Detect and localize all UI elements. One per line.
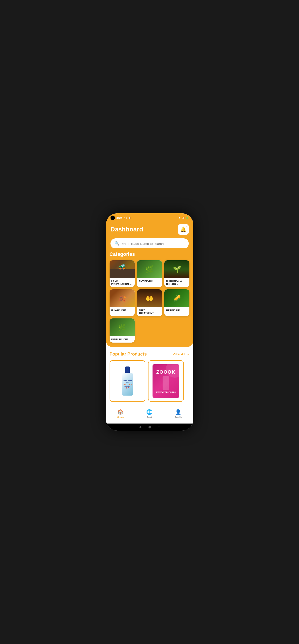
back-button[interactable]	[139, 426, 142, 428]
popular-header: Popular Products View All →	[110, 352, 190, 357]
box-label: ZOOOK	[156, 369, 176, 375]
phone-frame: 4:05 A ⊕ 📋 ▼ 📶 🔋 Dashboard 🔔	[106, 213, 193, 431]
status-time: 4:05	[116, 216, 122, 220]
category-label-antibiotic: ANTIBIOTIC	[137, 278, 162, 284]
category-card-fungicides[interactable]: FUNGICIDES	[110, 289, 135, 316]
nav-item-post[interactable]: 🌐 Post	[142, 408, 157, 420]
wifi-icon: ▼	[178, 216, 181, 219]
category-card-nutrition[interactable]: NUTRITION & BIOLOG...	[164, 260, 190, 287]
categories-title: Categories	[110, 250, 190, 257]
view-all-button[interactable]: View All →	[173, 352, 190, 356]
product-card-zoook[interactable]: ZOOOK GUJARAT PESTICIDES	[148, 360, 184, 402]
search-icon: 🔍	[114, 241, 120, 246]
category-img-fungicides	[110, 289, 135, 307]
category-card-land-preparation[interactable]: LAND PREPARATION ...	[110, 260, 135, 287]
status-left: 4:05 A ⊕ 📋	[110, 216, 131, 220]
category-img-seed	[137, 289, 162, 307]
bottle-label: BIOACLOPRID 70% SUPER-70 Insecticide सुप…	[122, 380, 133, 389]
category-img-land	[110, 260, 135, 278]
category-card-herbicide[interactable]: HERBICIDE	[164, 289, 190, 316]
profile-icon: 👤	[175, 409, 181, 415]
home-button[interactable]	[148, 426, 151, 428]
notification-dot	[185, 226, 187, 228]
bottom-navigation: 🏠 Home 🌐 Post 👤 Profile	[106, 406, 193, 424]
signal-icon: 📶	[182, 216, 185, 219]
recents-button[interactable]	[158, 426, 160, 428]
product-card-super70[interactable]: BIOACLOPRID 70% SUPER-70 Insecticide सुप…	[110, 360, 145, 402]
products-row: BIOACLOPRID 70% SUPER-70 Insecticide सुप…	[110, 360, 190, 404]
category-label-herbicide: HERBICIDE	[164, 307, 190, 314]
search-bar: 🔍	[110, 238, 189, 249]
post-icon: 🌐	[146, 409, 152, 415]
bottle-body: BIOACLOPRID 70% SUPER-70 Insecticide सुप…	[122, 373, 133, 396]
status-app-icons: A ⊕ 📋	[124, 217, 131, 219]
status-icons: ▼ 📶 🔋	[178, 216, 189, 219]
category-label-insecticides: INSECTICIDES	[110, 336, 135, 342]
box-inner	[162, 376, 169, 390]
system-bar	[106, 424, 193, 431]
camera-dot	[110, 216, 115, 220]
popular-title: Popular Products	[110, 352, 147, 357]
category-img-antibiotic	[137, 260, 162, 278]
category-card-antibiotic[interactable]: ANTIBIOTIC	[137, 260, 162, 287]
category-label-fungicides: FUNGICIDES	[110, 307, 135, 314]
main-content: Dashboard 🔔 🔍 Categories	[106, 222, 193, 406]
page-title: Dashboard	[110, 226, 143, 233]
product-bottle-img: BIOACLOPRID 70% SUPER-70 Insecticide सुप…	[122, 366, 133, 396]
category-img-herbicide	[164, 289, 190, 307]
box-content: ZOOOK GUJARAT PESTICIDES	[156, 369, 176, 393]
category-label-seed: SEED TREATMENT	[137, 307, 162, 316]
notification-button[interactable]: 🔔	[178, 224, 189, 235]
battery-icon: 🔋	[186, 216, 189, 219]
nav-label-home: Home	[117, 416, 124, 419]
bottle-cap	[125, 366, 130, 373]
category-label-land: LAND PREPARATION ...	[110, 278, 135, 287]
popular-products-section: Popular Products View All → BIOACLOPRID …	[106, 347, 193, 406]
status-bar: 4:05 A ⊕ 📋 ▼ 📶 🔋	[106, 213, 193, 222]
header-top: Dashboard 🔔	[110, 224, 189, 235]
product-box-img: ZOOOK GUJARAT PESTICIDES	[152, 364, 179, 398]
nav-label-profile: Profile	[174, 416, 182, 419]
category-label-nutrition: NUTRITION & BIOLOG...	[164, 278, 190, 287]
nav-label-post: Post	[146, 416, 152, 419]
category-img-nutrition	[164, 260, 190, 278]
brand-label: GUJARAT PESTICIDES	[156, 391, 176, 393]
home-icon: 🏠	[118, 409, 124, 415]
category-img-insecticides	[110, 318, 135, 336]
nav-item-home[interactable]: 🏠 Home	[112, 408, 128, 420]
nav-item-profile[interactable]: 👤 Profile	[170, 408, 186, 420]
categories-grid: LAND PREPARATION ... ANTIBIOTIC NUTRITIO…	[110, 260, 190, 342]
phone-screen: 4:05 A ⊕ 📋 ▼ 📶 🔋 Dashboard 🔔	[106, 213, 193, 431]
categories-section: Categories LAND PREPARATION ... ANTIBIOT…	[106, 248, 193, 347]
category-card-seed-treatment[interactable]: SEED TREATMENT	[137, 289, 162, 316]
search-input[interactable]	[122, 242, 185, 246]
category-card-insecticides[interactable]: INSECTICIDES	[110, 318, 135, 342]
